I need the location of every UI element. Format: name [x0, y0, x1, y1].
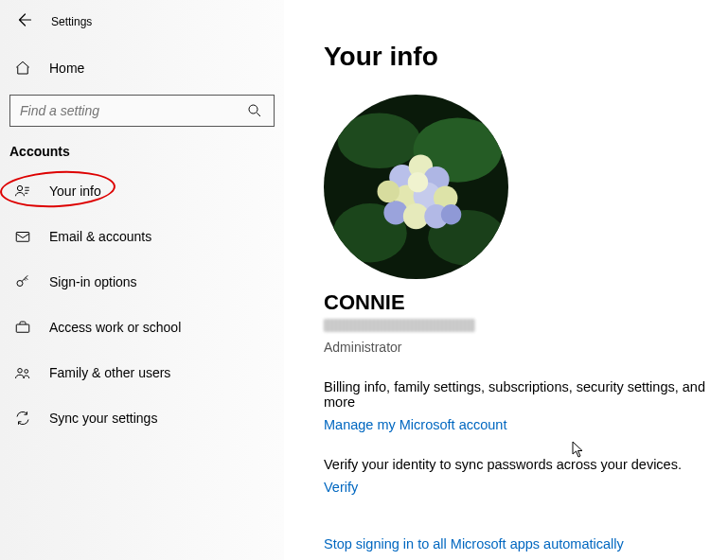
topbar: Settings	[0, 8, 284, 40]
sidebar-item-email-accounts[interactable]: Email & accounts	[0, 214, 284, 259]
people-icon	[13, 363, 32, 382]
sidebar-item-home[interactable]: Home	[0, 40, 284, 95]
search-input[interactable]	[20, 103, 227, 118]
role-label: Administrator	[324, 340, 728, 355]
page-title: Your info	[324, 42, 728, 72]
manage-account-link[interactable]: Manage my Microsoft account	[324, 417, 728, 432]
svg-point-5	[18, 369, 23, 374]
app-title: Settings	[51, 15, 92, 28]
username: CONNIE	[324, 290, 728, 315]
svg-point-0	[249, 105, 257, 114]
search-container	[0, 95, 284, 144]
nav-label: Access work or school	[49, 320, 181, 335]
verify-text: Verify your identity to sync passwords a…	[324, 457, 728, 472]
avatar	[324, 95, 508, 279]
svg-point-21	[378, 181, 400, 202]
mail-icon	[13, 227, 32, 246]
nav-label: Email & accounts	[49, 229, 151, 244]
nav-label: Sync your settings	[49, 411, 157, 426]
search-box[interactable]	[9, 95, 275, 127]
sidebar-item-your-info[interactable]: Your info	[0, 168, 284, 214]
svg-point-1	[17, 185, 22, 190]
svg-point-22	[441, 204, 461, 224]
briefcase-icon	[13, 318, 32, 337]
svg-rect-4	[16, 324, 29, 332]
svg-point-6	[25, 370, 28, 374]
back-icon[interactable]	[15, 11, 32, 32]
person-card-icon	[13, 182, 32, 201]
nav-label: Family & other users	[49, 365, 170, 380]
nav-label: Your info	[49, 184, 101, 199]
nav-label: Sign-in options	[49, 274, 137, 289]
sidebar: Settings Home Accounts Your info Email &…	[0, 0, 284, 560]
main-content: Your info CONNIE	[284, 0, 728, 560]
billing-text: Billing info, family settings, subscript…	[324, 379, 728, 410]
svg-point-23	[408, 172, 428, 192]
email-redacted	[324, 319, 475, 332]
home-label: Home	[49, 61, 84, 76]
sidebar-item-family-users[interactable]: Family & other users	[0, 350, 284, 395]
sync-icon	[13, 409, 32, 428]
verify-link[interactable]: Verify	[324, 480, 728, 495]
sidebar-item-access-work-school[interactable]: Access work or school	[0, 305, 284, 350]
sidebar-item-signin-options[interactable]: Sign-in options	[0, 259, 284, 305]
home-icon	[13, 59, 32, 78]
svg-point-3	[17, 281, 23, 287]
section-title: Accounts	[0, 144, 284, 168]
key-icon	[13, 272, 32, 291]
search-icon	[245, 101, 264, 120]
svg-rect-2	[16, 233, 29, 242]
svg-point-8	[338, 114, 421, 169]
sidebar-item-sync-settings[interactable]: Sync your settings	[0, 395, 284, 441]
stop-signin-link[interactable]: Stop signing in to all Microsoft apps au…	[324, 536, 728, 551]
